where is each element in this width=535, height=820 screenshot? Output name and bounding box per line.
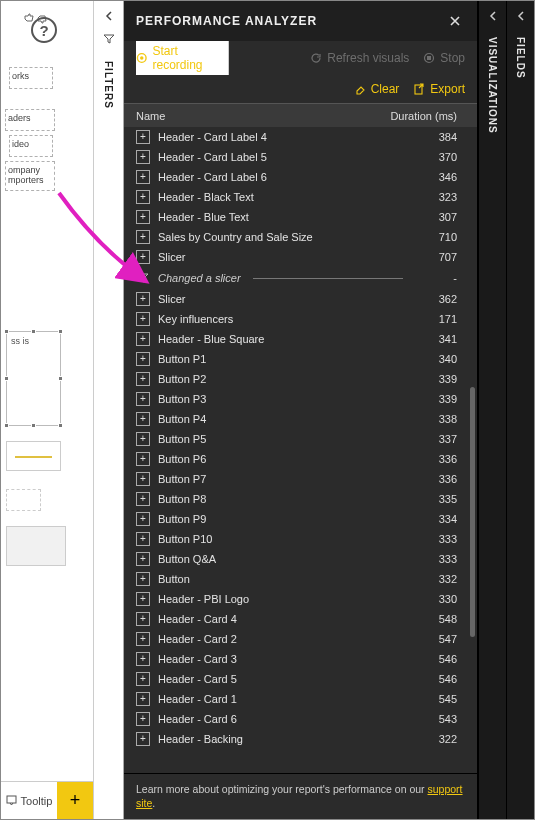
start-recording-button[interactable]: Start recording xyxy=(136,41,229,75)
expand-icon[interactable]: + xyxy=(136,452,150,466)
performance-rows[interactable]: +Header - Card Label 4384+Header - Card … xyxy=(124,127,477,773)
performance-row[interactable]: +Button P10333 xyxy=(130,529,471,549)
performance-row[interactable]: +Slicer707 xyxy=(130,247,471,267)
performance-row[interactable]: +Button P9334 xyxy=(130,509,471,529)
row-duration: 341 xyxy=(407,333,457,345)
tab-tooltip[interactable]: Tooltip xyxy=(1,795,57,807)
performance-row[interactable]: +Sales by Country and Sale Size710 xyxy=(130,227,471,247)
expand-icon[interactable]: + xyxy=(136,250,150,264)
performance-row[interactable]: +Header - Card 2547 xyxy=(130,629,471,649)
add-page-button[interactable]: + xyxy=(57,782,93,820)
table-header: Name Duration (ms) xyxy=(124,103,477,127)
performance-row[interactable]: +Header - Card 5546 xyxy=(130,669,471,689)
scrollbar-thumb[interactable] xyxy=(470,387,475,637)
performance-row[interactable]: +Header - Card Label 6346 xyxy=(130,167,471,187)
performance-row[interactable]: +Header - PBI Logo330 xyxy=(130,589,471,609)
report-canvas[interactable]: ? orks aders ideo ompany mporters ss is xyxy=(1,1,94,819)
performance-row[interactable]: +Slicer362 xyxy=(130,289,471,309)
row-name: Header - Card Label 4 xyxy=(158,131,407,143)
expand-icon[interactable]: + xyxy=(136,692,150,706)
expand-icon[interactable]: + xyxy=(136,150,150,164)
col-duration: Duration (ms) xyxy=(377,110,457,122)
expand-icon[interactable]: + xyxy=(136,632,150,646)
row-duration: 322 xyxy=(407,733,457,745)
visual-placeholder[interactable]: ideo xyxy=(9,135,53,157)
performance-row[interactable]: +Header - Backing322 xyxy=(130,729,471,749)
visual-placeholder[interactable]: aders xyxy=(5,109,55,131)
performance-row[interactable]: +Header - Card Label 4384 xyxy=(130,127,471,147)
expand-icon[interactable]: + xyxy=(136,170,150,184)
expand-icon[interactable]: + xyxy=(136,412,150,426)
performance-row[interactable]: +Button P4338 xyxy=(130,409,471,429)
expand-icon[interactable]: + xyxy=(136,432,150,446)
expand-icon[interactable]: + xyxy=(136,492,150,506)
visual-placeholder[interactable] xyxy=(6,489,41,511)
row-duration: 543 xyxy=(407,713,457,725)
expand-icon[interactable]: + xyxy=(136,130,150,144)
filters-pane-collapsed[interactable]: FILTERS xyxy=(94,1,124,819)
performance-row[interactable]: +Button P2339 xyxy=(130,369,471,389)
row-name: Key influencers xyxy=(158,313,407,325)
row-name: Button P3 xyxy=(158,393,407,405)
performance-row[interactable]: +Header - Black Text323 xyxy=(130,187,471,207)
expand-icon[interactable]: + xyxy=(136,210,150,224)
col-name: Name xyxy=(136,110,377,122)
row-name: Button P1 xyxy=(158,353,407,365)
visual-placeholder[interactable] xyxy=(6,441,61,471)
help-icon[interactable]: ? xyxy=(31,17,57,43)
performance-row[interactable]: +Button332 xyxy=(130,569,471,589)
performance-row[interactable]: +Header - Card 4548 xyxy=(130,609,471,629)
row-duration: 338 xyxy=(407,413,457,425)
performance-row[interactable]: +Header - Blue Square341 xyxy=(130,329,471,349)
performance-row[interactable]: +Header - Blue Text307 xyxy=(130,207,471,227)
expand-icon[interactable]: + xyxy=(136,230,150,244)
performance-row[interactable]: +Header - Card 3546 xyxy=(130,649,471,669)
performance-row[interactable]: +Button P6336 xyxy=(130,449,471,469)
performance-row[interactable]: +Button P7336 xyxy=(130,469,471,489)
visual-placeholder[interactable] xyxy=(6,526,66,566)
performance-row[interactable]: +Button P5337 xyxy=(130,429,471,449)
panel-title: PERFORMANCE ANALYZER xyxy=(136,14,445,28)
performance-row[interactable]: +Header - Card 6543 xyxy=(130,709,471,729)
performance-row[interactable]: +Button P1340 xyxy=(130,349,471,369)
expand-icon[interactable]: + xyxy=(136,552,150,566)
expand-icon[interactable]: + xyxy=(136,472,150,486)
expand-icon[interactable]: + xyxy=(136,392,150,406)
expand-icon[interactable]: + xyxy=(136,190,150,204)
fields-pane-collapsed[interactable]: FIELDS xyxy=(506,1,534,819)
expand-icon[interactable]: + xyxy=(136,532,150,546)
performance-row[interactable]: +Key influencers171 xyxy=(130,309,471,329)
row-name: Slicer xyxy=(158,293,407,305)
expand-icon[interactable]: + xyxy=(136,712,150,726)
visual-placeholder[interactable]: ompany mporters xyxy=(5,161,55,191)
expand-icon[interactable]: + xyxy=(136,672,150,686)
export-button[interactable]: Export xyxy=(413,82,465,96)
expand-icon[interactable]: + xyxy=(136,592,150,606)
expand-icon[interactable]: + xyxy=(136,732,150,746)
performance-row[interactable]: +Header - Card Label 5370 xyxy=(130,147,471,167)
expand-icon[interactable]: + xyxy=(136,512,150,526)
row-duration: 710 xyxy=(407,231,457,243)
visualizations-pane-collapsed[interactable]: VISUALIZATIONS xyxy=(478,1,506,819)
expand-icon[interactable]: + xyxy=(136,352,150,366)
expand-icon[interactable]: + xyxy=(136,292,150,306)
performance-row[interactable]: +Button Q&A333 xyxy=(130,549,471,569)
performance-row[interactable]: +Button P8335 xyxy=(130,489,471,509)
footer-text: . xyxy=(152,797,155,809)
chevron-left-icon[interactable] xyxy=(104,11,114,21)
visual-placeholder[interactable]: orks xyxy=(9,67,53,89)
performance-row[interactable]: +Header - Card 1545 xyxy=(130,689,471,709)
expand-icon[interactable]: + xyxy=(136,612,150,626)
chevron-left-icon[interactable] xyxy=(516,11,526,21)
expand-icon[interactable]: + xyxy=(136,652,150,666)
performance-row[interactable]: +Button P3339 xyxy=(130,389,471,409)
row-name: Button P6 xyxy=(158,453,407,465)
selected-visual[interactable]: ss is xyxy=(6,331,61,426)
expand-icon[interactable]: + xyxy=(136,372,150,386)
expand-icon[interactable]: + xyxy=(136,332,150,346)
clear-button[interactable]: Clear xyxy=(354,82,400,96)
expand-icon[interactable]: + xyxy=(136,572,150,586)
expand-icon[interactable]: + xyxy=(136,312,150,326)
chevron-left-icon[interactable] xyxy=(488,11,498,21)
close-icon[interactable] xyxy=(445,11,465,31)
